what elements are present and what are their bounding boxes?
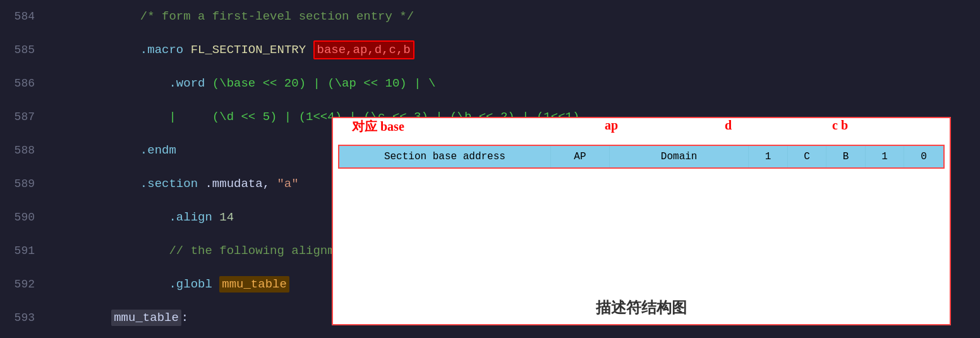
popup-label-ap: ap — [605, 118, 618, 133]
popup-label-cb: c b — [832, 118, 848, 133]
line-number-593: 593 — [0, 301, 47, 335]
cell-1b: 1 — [865, 145, 904, 168]
cell-section-base: Section base address — [339, 145, 550, 168]
line-number-592: 592 — [0, 268, 47, 301]
line-number-589: 589 — [0, 167, 47, 201]
popup-footer-label: 描述符结构图 — [596, 299, 687, 316]
line-number-585: 585 — [0, 33, 47, 67]
popup-overlay: 对应 base ap d c b Section base address AP… — [332, 117, 951, 325]
cell-ap: AP — [550, 145, 609, 168]
cell-1a: 1 — [749, 145, 788, 168]
popup-label-d: d — [725, 118, 732, 133]
popup-label-base: 对应 base — [352, 118, 404, 135]
cell-domain: Domain — [610, 145, 749, 168]
popup-table-area: Section base address AP Domain 1 C B 1 0 — [333, 142, 950, 286]
table-row: Section base address AP Domain 1 C B 1 0 — [339, 145, 944, 168]
line-number-584: 584 — [0, 0, 47, 33]
line-number-588: 588 — [0, 134, 47, 167]
cell-0: 0 — [904, 145, 944, 168]
line-number-586: 586 — [0, 67, 47, 100]
line-number-587: 587 — [0, 100, 47, 134]
cell-b: B — [826, 145, 866, 168]
code-editor: 584 /* form a first-level section entry … — [0, 0, 980, 338]
line-content-595: // Access for iRAM — [47, 335, 980, 338]
cell-c: C — [787, 145, 826, 168]
popup-footer: 描述符结构图 — [333, 286, 950, 324]
popup-table: Section base address AP Domain 1 C B 1 0 — [338, 145, 945, 169]
line-number-594: 594 — [0, 335, 47, 338]
line-number-591: 591 — [0, 234, 47, 268]
popup-annotations: 对应 base ap d c b — [333, 118, 950, 122]
line-number-590: 590 — [0, 201, 47, 234]
